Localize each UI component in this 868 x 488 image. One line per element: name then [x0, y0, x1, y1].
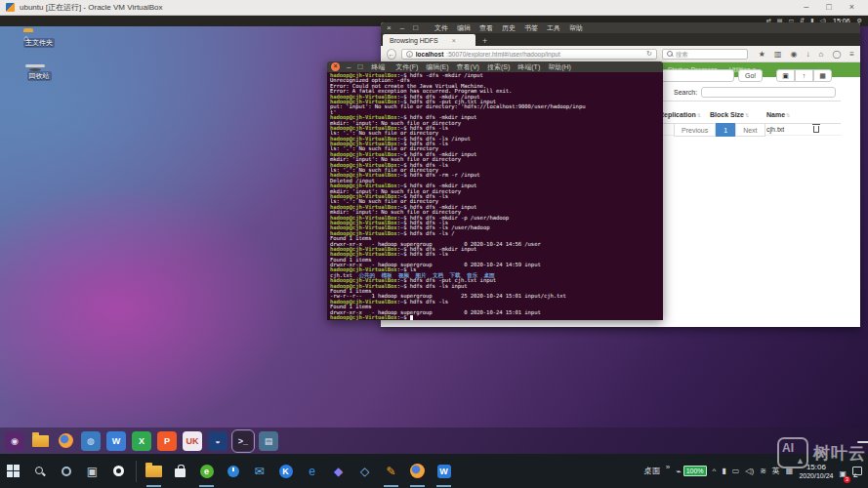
close-icon[interactable]: ×	[387, 24, 392, 32]
start-button[interactable]	[0, 454, 26, 488]
account-icon[interactable]: ◯	[832, 50, 841, 59]
cortana-button[interactable]	[53, 454, 79, 488]
back-button[interactable]: ←	[387, 49, 396, 60]
network-globe-icon[interactable]: ◒	[208, 431, 227, 451]
wps-presentation-icon[interactable]: P	[157, 431, 177, 451]
browser-menu-6[interactable]: 帮助	[569, 23, 583, 33]
column-header-name[interactable]: Name⇅	[766, 103, 813, 121]
terminal-output[interactable]: hadoop@cjh-VirtualBox:~$ hdfs -dfs -mkdi…	[327, 72, 663, 320]
new-tab-button[interactable]: +	[475, 36, 494, 46]
firefox-icon[interactable]	[56, 431, 75, 451]
menu-icon[interactable]: ≡	[849, 50, 854, 59]
minimize-button[interactable]: –	[804, 3, 808, 12]
task-view-button[interactable]: ▣	[79, 454, 105, 488]
software-center-icon[interactable]: ◍	[81, 431, 101, 451]
search-button[interactable]	[26, 454, 53, 488]
go-button[interactable]: Go!	[738, 69, 763, 82]
reload-icon[interactable]: ↻	[646, 50, 652, 58]
url-bar[interactable]: i localhost :50070/explorer.html#/user/h…	[401, 49, 657, 60]
volume-icon[interactable]: ◁)	[745, 467, 754, 475]
new-folder-button[interactable]: ▣	[776, 69, 795, 82]
toolbar-chevron-icon[interactable]: »	[666, 463, 670, 471]
terminal-titlebar: × – □ 终端 文件(F)编辑(E)查看(V)搜索(S)终端(T)帮助(H)	[327, 61, 663, 72]
microphone-icon[interactable]: ▮	[722, 467, 725, 475]
3d-viewer-button[interactable]: ◇	[351, 454, 378, 488]
terminal-icon[interactable]: >_	[233, 431, 253, 451]
terminal-menu-3[interactable]: 搜索(S)	[487, 62, 510, 72]
browser-menu-4[interactable]: 书签	[524, 23, 538, 33]
edge-button[interactable]: e	[299, 454, 325, 488]
pagination-next[interactable]: Next	[735, 123, 765, 137]
terminal-menu-1[interactable]: 编辑(E)	[426, 62, 448, 72]
file-link[interactable]: cjh.txt	[766, 126, 813, 133]
repair-tool-button[interactable]: ✎	[378, 454, 404, 488]
360-browser-button[interactable]: e	[193, 454, 220, 488]
browser-menu-0[interactable]: 文件	[434, 23, 448, 33]
column-header-block-size[interactable]: Block Size⇅	[710, 103, 766, 121]
ime-indicator[interactable]: 英	[772, 466, 780, 476]
table-search-input[interactable]	[701, 87, 836, 98]
home-icon[interactable]: ⌂	[819, 50, 824, 59]
maximize-button[interactable]: □	[826, 3, 831, 12]
taskbar-clock[interactable]: 15:06 2020/10/24	[799, 463, 833, 480]
browser-menu-3[interactable]: 历史	[502, 23, 516, 33]
notification-icon[interactable]: ▣ 3	[839, 463, 847, 480]
sogou-input-button[interactable]	[105, 454, 132, 488]
library-icon[interactable]: ▥	[774, 50, 782, 59]
minimize-icon[interactable]: –	[400, 24, 404, 32]
terminal-menu-4[interactable]: 终端(T)	[517, 62, 540, 72]
pagination-page-1[interactable]: 1	[716, 123, 735, 137]
windows-taskbar: ▣e✉Ke◆◇✎W 桌面 » ⌁ 100% ^ ▮ ▭ ◁) ≋ 英 ▦ 15:…	[0, 454, 868, 488]
terminal-menu-5[interactable]: 帮助(H)	[548, 62, 571, 72]
hidden-icons-chevron[interactable]: ^	[713, 467, 717, 475]
clock-app-button[interactable]	[220, 454, 246, 488]
touch-keyboard-icon[interactable]: ▦	[786, 467, 794, 475]
kuaiya-button[interactable]: K	[272, 454, 299, 488]
bookmark-star-icon[interactable]: ★	[759, 50, 765, 59]
close-button[interactable]: ×	[849, 3, 854, 12]
document-viewer-icon[interactable]: ◉	[5, 431, 24, 451]
upload-file-button[interactable]: ↑	[795, 69, 813, 82]
terminal-menu-0[interactable]: 文件(F)	[395, 62, 418, 72]
delete-file-icon[interactable]	[813, 126, 819, 133]
screenshot-icon[interactable]: ◉	[791, 50, 798, 59]
desktop-icon-trash[interactable]: 回收站	[12, 64, 66, 82]
browser-menu-1[interactable]: 编辑	[457, 23, 471, 33]
download-icon[interactable]: ↓	[806, 50, 810, 59]
files-icon[interactable]	[30, 431, 50, 451]
tab-browsing-hdfs[interactable]: Browsing HDFS ×	[383, 34, 475, 46]
mail-button[interactable]: ✉	[246, 454, 272, 488]
microsoft-store-button[interactable]	[167, 454, 193, 488]
maximize-icon[interactable]: □	[357, 63, 362, 71]
pagination-previous[interactable]: Previous	[674, 123, 716, 137]
network-icon[interactable]: ≋	[760, 467, 766, 475]
app-purple-button[interactable]: ◆	[325, 454, 351, 488]
browser-search-field[interactable]	[662, 49, 748, 60]
minimize-icon[interactable]: –	[347, 63, 351, 71]
wps-office-button[interactable]: W	[431, 454, 457, 488]
search-input[interactable]	[676, 51, 734, 58]
wps-writer-icon[interactable]: W	[106, 431, 126, 451]
app-store-icon[interactable]: UK	[183, 431, 202, 451]
browser-menu-5[interactable]: 工具	[547, 23, 560, 33]
maximize-icon[interactable]: □	[413, 24, 418, 32]
terminal-menu-2[interactable]: 查看(V)	[457, 62, 479, 72]
desktop-icon-home-folder[interactable]: 主文件夹	[12, 31, 66, 49]
action-center-icon[interactable]	[852, 467, 862, 475]
system-monitor-icon[interactable]: ▤	[259, 431, 278, 451]
desktop-toolbar[interactable]: 桌面	[644, 466, 660, 476]
file-explorer-button[interactable]	[141, 454, 167, 488]
firefox-button[interactable]	[404, 454, 431, 488]
close-icon[interactable]: ×	[331, 62, 340, 71]
tab-close-icon[interactable]: ×	[452, 37, 456, 44]
site-info-icon[interactable]: i	[406, 51, 413, 58]
terminal-window: × – □ 终端 文件(F)编辑(E)查看(V)搜索(S)终端(T)帮助(H) …	[327, 61, 663, 320]
browser-menu-2[interactable]: 查看	[479, 23, 493, 33]
touchpad-icon[interactable]: ▭	[732, 467, 740, 475]
virtualbox-title: ubuntu [正在运行] - Oracle VM VirtualBox	[20, 2, 163, 13]
firefox-titlebar: × – □ 文件编辑查看历史书签工具帮助	[381, 22, 860, 33]
grid-view-button[interactable]: ▦	[813, 69, 832, 82]
battery-indicator[interactable]: ⌁ 100%	[676, 466, 706, 476]
column-header-replication[interactable]: Replication⇅	[659, 103, 710, 121]
wps-spreadsheets-icon[interactable]: X	[132, 431, 151, 451]
